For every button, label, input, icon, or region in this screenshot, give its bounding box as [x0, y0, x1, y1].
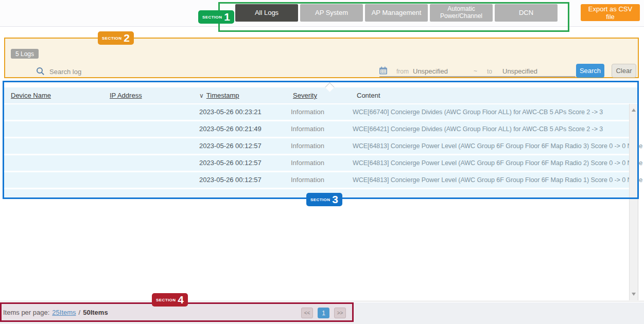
prev-page-button[interactable]: <<	[301, 308, 313, 318]
column-header-content: Content	[357, 87, 380, 103]
log-row: 2023-05-26 00:12:57 Information WCE[6481…	[4, 138, 629, 154]
log-severity: Information	[291, 104, 324, 120]
sort-descending-icon: ∨	[199, 88, 204, 104]
date-range-underline	[379, 76, 576, 77]
log-content: WCE[64813] Concierge Power Level (AWC Gr…	[353, 172, 642, 188]
next-page-button[interactable]: >>	[334, 308, 346, 318]
current-page-button[interactable]: 1	[318, 308, 329, 318]
date-to-value[interactable]: Unspecified	[502, 67, 537, 75]
scroll-down-icon[interactable]	[632, 293, 636, 296]
top-toolbar: All Logs AP System AP Management Automat…	[0, 0, 644, 27]
column-header-timestamp[interactable]: ∨Timestamp	[199, 87, 239, 104]
log-content: WCE[64813] Concierge Power Level (AWC Gr…	[353, 138, 642, 154]
log-timestamp: 2023-05-26 00:23:21	[199, 104, 262, 120]
tab-automatic-power-channel[interactable]: Automatic Power/Channel	[430, 4, 493, 22]
log-content: WCE[64813] Concierge Power Level (AWC Gr…	[353, 155, 642, 171]
tab-ap-system[interactable]: AP System	[300, 4, 363, 22]
tab-dcn[interactable]: DCN	[495, 4, 558, 22]
log-timestamp: 2023-05-26 00:12:57	[199, 155, 262, 171]
clear-button[interactable]: Clear	[612, 64, 636, 78]
log-count-badge: 5 Logs	[11, 49, 39, 59]
column-header-ip-address[interactable]: IP Address	[110, 87, 142, 103]
column-header-severity[interactable]: Severity	[293, 87, 317, 103]
log-row: 2023-05-26 00:23:21 Information WCE[6674…	[4, 104, 629, 120]
log-row: 2023-05-26 00:12:57 Information WCE[6481…	[4, 172, 629, 188]
severity-header-notch	[325, 82, 334, 92]
tab-all-logs[interactable]: All Logs	[235, 4, 298, 22]
log-content: WCE[66740] Concierge Divides (AWC Group …	[353, 104, 603, 120]
scroll-up-icon[interactable]	[632, 109, 636, 112]
annotation-section-2-badge: SECTION2	[98, 31, 134, 45]
log-timestamp: 2023-05-26 00:21:49	[199, 121, 262, 137]
search-icon	[36, 67, 45, 76]
log-timestamp: 2023-05-26 00:12:57	[199, 172, 262, 188]
annotation-section-4-badge: SECTION4	[152, 293, 188, 307]
calendar-icon[interactable]	[379, 66, 388, 75]
log-timestamp: 2023-05-26 00:12:57	[199, 138, 262, 154]
search-log-input[interactable]	[48, 64, 215, 79]
annotation-section-3-badge: SECTION3	[306, 193, 342, 206]
date-to-label: to	[487, 68, 492, 75]
date-from-value[interactable]: Unspecified	[413, 67, 448, 75]
items-per-page-label: Items per page:	[3, 309, 49, 316]
table-scrollbar[interactable]	[629, 104, 638, 300]
column-header-device-name[interactable]: Device Name	[11, 87, 51, 103]
annotation-section-1-badge: SECTION1	[198, 10, 234, 24]
log-severity: Information	[291, 121, 324, 137]
items-per-page-50-selected: 50Items	[83, 309, 108, 316]
pager-controls: << 1 >>	[301, 308, 346, 318]
export-csv-button[interactable]: Export as CSV file	[581, 4, 640, 21]
log-row: 2023-05-26 00:21:49 Information WCE[6642…	[4, 121, 629, 137]
log-row: 2023-05-26 00:12:57 Information WCE[6481…	[4, 155, 629, 171]
tab-ap-management[interactable]: AP Management	[365, 4, 428, 22]
log-content: WCE[66421] Concierge Divides (AWC Group …	[353, 121, 603, 137]
date-range-separator: ~	[474, 67, 477, 75]
items-per-page-separator: /	[79, 309, 81, 316]
date-from-label: from	[396, 68, 409, 75]
log-severity: Information	[291, 138, 324, 154]
content-bottom-divider	[0, 301, 644, 301]
log-severity: Information	[291, 155, 324, 171]
log-severity: Information	[291, 172, 324, 188]
pagination-bar: Items per page: 25Items / 50Items << 1 >…	[0, 302, 644, 324]
items-per-page-25-link[interactable]: 25Items	[52, 309, 76, 316]
log-table-header: Device Name IP Address ∨Timestamp Severi…	[4, 87, 638, 103]
log-viewer-page: All Logs AP System AP Management Automat…	[0, 0, 644, 324]
items-per-page-group: Items per page: 25Items / 50Items	[3, 302, 108, 322]
search-button[interactable]: Search	[576, 64, 604, 78]
